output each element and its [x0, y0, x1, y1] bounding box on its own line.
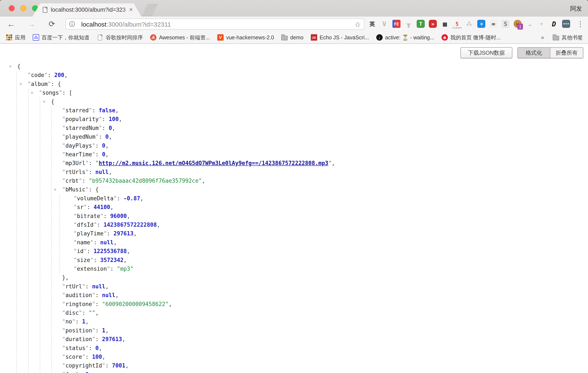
tampermonkey-icon[interactable]: T — [416, 19, 425, 29]
baidu-icon: ⁂ — [33, 34, 39, 41]
json-brace: { — [17, 63, 21, 70]
weibo-gray-icon[interactable]: ☁ — [525, 19, 534, 29]
other-bookmarks-folder[interactable]: 其他书签 — [553, 34, 583, 41]
sitemap-icon[interactable]: ╥ — [404, 19, 413, 29]
json-key: starred — [65, 107, 89, 114]
bookmark-star-icon[interactable]: ☆ — [355, 20, 361, 29]
json-value: 1 — [102, 327, 105, 334]
json-key: name — [77, 239, 90, 246]
json-line: "volumeDelta": -0.87, — [0, 194, 588, 203]
json-line: "rtUrls": null, — [0, 168, 588, 177]
json-key: dayPlays — [65, 142, 92, 149]
json-key: hearTime — [65, 151, 92, 158]
password-dots-icon[interactable]: ••• — [562, 19, 571, 29]
json-line: ▼"album": { — [0, 80, 588, 88]
json-key: bMusic — [65, 186, 85, 193]
json-key: album — [31, 81, 48, 87]
json-key: starredNum — [65, 125, 99, 131]
collapse-triangle-icon[interactable]: ▼ — [9, 62, 11, 71]
bookmark-demo-folder[interactable]: demo — [281, 34, 304, 41]
back-icon[interactable]: ← — [6, 19, 17, 29]
json-line: "starred": false, — [0, 106, 588, 115]
url-text[interactable]: localhost:3000/album?id=32311 — [81, 21, 171, 28]
bookmarks-bar: 应用⁂百度一下，你就知道谷歌按时间排序AAwesomes - 前端资...Vvu… — [0, 32, 588, 44]
json-line: "audition": null, — [0, 291, 588, 300]
window-close-button[interactable] — [9, 5, 15, 11]
bookmark-apps[interactable]: 应用 — [6, 34, 25, 41]
json-line: "dfsId": 1423867572222808, — [0, 221, 588, 229]
profile-name[interactable]: 阿发 — [570, 5, 582, 13]
format-button[interactable]: 格式化 — [518, 48, 550, 58]
fast-forward-icon[interactable]: » — [428, 19, 437, 29]
tab-close-icon[interactable]: × — [129, 6, 133, 13]
collapse-triangle-icon[interactable]: ▼ — [43, 97, 45, 106]
json-key: extension — [77, 266, 107, 272]
json-line: "ringtone": "600902000009458622", — [0, 300, 588, 309]
vetur-icon[interactable]: « — [477, 19, 486, 29]
json-value: null — [95, 169, 109, 175]
json-line: "fee": 8, — [0, 370, 588, 373]
window-minimize-button[interactable] — [21, 5, 26, 11]
mask-proxy-icon[interactable]: ∞ — [489, 19, 498, 29]
site-info-icon[interactable]: i — [69, 21, 75, 27]
monkey-icon[interactable]: ω1 — [513, 19, 522, 29]
json-brace: { — [95, 186, 99, 193]
qr-code-icon[interactable]: ▦ — [441, 19, 449, 29]
json-value: null — [102, 292, 116, 298]
json-value: null — [92, 283, 105, 290]
json-line: "duration": 297613, — [0, 335, 588, 344]
new-tab-button[interactable] — [142, 4, 158, 16]
json-value: 1225536788 — [94, 248, 127, 254]
google-sorted-icon — [97, 34, 103, 41]
bookmark-vue-hackernews[interactable]: Vvue-hackernews-2.0 — [217, 34, 274, 41]
json-line: "sr": 44100, — [0, 203, 588, 212]
bookmark-baidu[interactable]: ⁂百度一下，你就知道 — [33, 34, 90, 41]
bookmarks-overflow-icon[interactable]: » — [541, 34, 544, 41]
json-line: "name": null, — [0, 238, 588, 247]
json-value: 96000 — [110, 213, 127, 219]
html5-player-icon[interactable]: 5PLAYER — [452, 19, 462, 29]
json-value: 100 — [109, 116, 119, 122]
json-string-value: "" — [89, 310, 95, 316]
s-extension-icon[interactable]: S — [501, 19, 510, 29]
awesomes-icon: A — [150, 34, 157, 41]
paw-icon[interactable]: ⁂ — [465, 19, 474, 29]
collapse-triangle-icon[interactable]: ▼ — [54, 185, 56, 194]
reload-icon[interactable]: ⟳ — [46, 19, 57, 29]
json-link-value[interactable]: http://m2.music.126.net/mO4G5dQ7WPm3Le0l… — [99, 160, 328, 166]
vue-devtools-icon[interactable]: V — [380, 19, 389, 29]
json-key: sr — [77, 204, 84, 210]
json-value: false — [99, 107, 115, 114]
address-bar[interactable]: i localhost:3000/album?id=32311 ☆ — [65, 19, 364, 30]
chrome-menu-icon[interactable]: ⋮ — [577, 20, 584, 28]
dark-d-icon[interactable]: D — [549, 19, 558, 29]
json-brace: [ — [69, 90, 72, 96]
vue-hackernews-icon: V — [217, 34, 224, 41]
json-value: 0 — [95, 345, 99, 351]
bookmark-google-sorted[interactable]: 谷歌按时间排序 — [97, 34, 143, 41]
bookmark-echo-js[interactable]: JSEcho JS - JavaScri... — [311, 34, 369, 41]
json-value: 1423867572222808 — [104, 222, 157, 228]
translate-icon[interactable]: 英 — [368, 19, 377, 29]
json-line: "starredNum": 0, — [0, 124, 588, 132]
active-tab[interactable]: localhost:3000/album?id=323 × — [32, 3, 141, 17]
collapse-triangle-icon[interactable]: ▼ — [31, 88, 33, 97]
bookmark-weibo-home[interactable]: ◉我的首页 微博-随时... — [441, 34, 501, 41]
fe-toolbox-icon[interactable]: FE — [392, 19, 401, 29]
download-json-button[interactable]: 下载JSON数据 — [461, 47, 512, 58]
json-key: score — [65, 354, 82, 360]
json-key: code — [31, 72, 44, 78]
bookmark-active-waiting[interactable]: ↓active: ⏳ - waiting... — [376, 34, 434, 41]
json-key: position — [65, 327, 92, 334]
forward-icon[interactable]: → — [26, 19, 37, 29]
json-key: id — [77, 248, 84, 254]
hummingbird-icon[interactable]: ➤ — [537, 19, 546, 29]
bookmark-awesomes[interactable]: AAwesomes - 前端资... — [150, 34, 210, 41]
json-value: -0.87 — [124, 195, 140, 202]
json-value: 8 — [85, 371, 89, 373]
collapse-all-button[interactable]: 折叠所有 — [550, 48, 583, 58]
collapse-triangle-icon[interactable]: ▼ — [20, 80, 22, 88]
json-line: "mp3Url": "http://m2.music.126.net/mO4G5… — [0, 159, 588, 168]
json-value: 297613 — [102, 336, 122, 342]
bookmark-label: 我的首页 微博-随时... — [451, 34, 501, 41]
